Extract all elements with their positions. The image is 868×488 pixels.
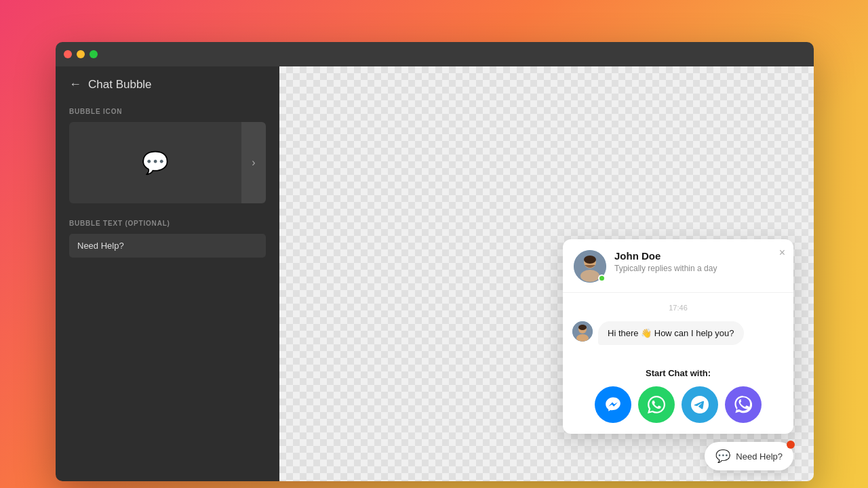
floating-bubble-button[interactable]: 💬 Need Help? <box>705 442 793 470</box>
traffic-light-red[interactable] <box>64 50 72 58</box>
agent-avatar-wrapper <box>574 250 606 283</box>
bubble-wrapper: 💬 Need Help? <box>705 442 793 470</box>
telegram-button[interactable] <box>682 386 718 423</box>
back-button[interactable]: ← <box>69 77 81 92</box>
notification-dot <box>787 441 795 449</box>
sidebar-title: Chat Bubble <box>88 78 152 92</box>
message-row: Hi there 👋 How can I help you? <box>572 321 784 345</box>
sidebar-header: ← Chat Bubble <box>69 77 266 92</box>
bubble-chat-icon: 💬 <box>715 449 730 464</box>
preview-area: John Doe Typically replies within a day … <box>279 66 814 481</box>
online-indicator <box>598 274 606 282</box>
sidebar: ← Chat Bubble BUBBLE ICON 💬 › BUBBLE TEX… <box>56 66 279 481</box>
floating-bubble-area: 💬 Need Help? <box>705 442 793 470</box>
agent-status: Typically replies within a day <box>614 264 783 273</box>
start-chat-label: Start Chat with: <box>572 368 784 378</box>
bubble-text: Need Help? <box>736 451 783 462</box>
bubble-text-input[interactable] <box>69 234 266 258</box>
bubble-icon-section: BUBBLE ICON 💬 › <box>69 108 266 203</box>
chat-buttons <box>572 386 784 423</box>
close-button[interactable]: × <box>779 247 785 258</box>
bubble-icon-preview: 💬 <box>69 122 241 203</box>
bubble-text-section: BUBBLE TEXT (OPTIONAL) <box>69 220 266 258</box>
whatsapp-button[interactable] <box>638 386 675 423</box>
svg-point-4 <box>584 256 596 264</box>
svg-point-8 <box>578 325 587 330</box>
message-timestamp: 17:46 <box>572 304 784 312</box>
agent-info: John Doe Typically replies within a day <box>614 250 783 273</box>
chat-widget: John Doe Typically replies within a day … <box>563 239 793 434</box>
bubble-icon-label: BUBBLE ICON <box>69 108 266 115</box>
start-chat-section: Start Chat with: <box>563 365 793 434</box>
agent-name: John Doe <box>614 250 783 262</box>
message-bubble: Hi there 👋 How can I help you? <box>598 321 744 345</box>
bubble-icon-next-button[interactable]: › <box>241 122 266 203</box>
viber-button[interactable] <box>725 386 762 423</box>
bubble-icon-container: 💬 › <box>69 122 266 203</box>
title-bar <box>56 42 814 66</box>
chat-body: 17:46 Hi there 👋 How can I help you? <box>563 293 793 365</box>
app-window: ← Chat Bubble BUBBLE ICON 💬 › BUBBLE TEX… <box>56 42 814 481</box>
bubble-text-label: BUBBLE TEXT (OPTIONAL) <box>69 220 266 227</box>
message-avatar <box>572 321 593 342</box>
messenger-button[interactable] <box>595 386 631 423</box>
chat-widget-header: John Doe Typically replies within a day … <box>563 239 793 293</box>
svg-point-2 <box>580 270 599 282</box>
traffic-light-yellow[interactable] <box>77 50 85 58</box>
traffic-light-green[interactable] <box>90 50 98 58</box>
chat-bubble-icon: 💬 <box>142 150 169 176</box>
